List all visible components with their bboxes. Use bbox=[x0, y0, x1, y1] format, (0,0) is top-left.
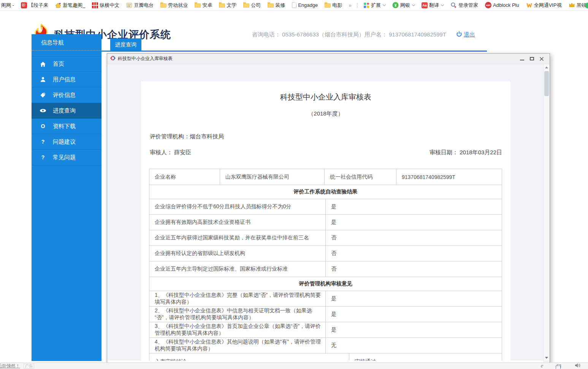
sidebar-item-home[interactable]: 首页 bbox=[32, 56, 101, 72]
question-icon: ? bbox=[40, 154, 46, 160]
credit-code-value: 91370681740982599T bbox=[396, 169, 502, 185]
restore-window-icon[interactable] bbox=[557, 364, 561, 368]
sidebar-header: 信息导航 bbox=[32, 34, 101, 51]
triangle-down-icon bbox=[545, 357, 548, 359]
extensions-button[interactable]: 扩展 bbox=[360, 0, 389, 11]
window-titlebar[interactable]: 科技型中小企业入库审核表 bbox=[107, 54, 550, 64]
extensions-label: 扩展 bbox=[371, 2, 381, 9]
login-manager-label: 登录管家 bbox=[458, 2, 478, 9]
sidebar-item-downloads[interactable]: O 资料下载 bbox=[32, 119, 101, 134]
sidebar-item-label: 问题建议 bbox=[53, 138, 76, 146]
auditor-name: 审核人： 薛安臣 bbox=[150, 149, 191, 156]
audit-date: 审核日期： 2018年03月22日 bbox=[430, 149, 502, 156]
form-year: （2018年度） bbox=[141, 110, 510, 117]
check-question: 企业近五年内主导制定过国际标准、国家标准或行业标准 bbox=[149, 261, 326, 277]
bookmark-item[interactable]: 纵横中文 bbox=[89, 0, 123, 11]
bookmark-item[interactable]: 新笔趣阁_ bbox=[52, 0, 89, 11]
sidebar-item-label: 首页 bbox=[53, 60, 64, 68]
ebank-button[interactable]: ¥网银 bbox=[389, 0, 418, 11]
close-button[interactable] bbox=[537, 55, 547, 63]
check-question: 企业近五年内获得过国家级科技奖励，并在获奖单位中排在前三名 bbox=[149, 230, 326, 246]
page-icon bbox=[292, 2, 296, 8]
folder-icon bbox=[243, 3, 249, 8]
ie-mode-icon[interactable]: e bbox=[541, 363, 543, 369]
bookmark-item[interactable]: 阁网 - bbox=[0, 0, 17, 11]
folder-icon bbox=[160, 3, 166, 8]
vip-video-label: 全网通VIP视 bbox=[534, 2, 562, 9]
section-header-row: 评价工作系统自动查验结果 bbox=[149, 185, 502, 199]
bookmark-item[interactable]: 劳动就业 bbox=[157, 0, 191, 11]
translate-button[interactable]: Aa翻译 bbox=[418, 0, 447, 11]
sidebar-item-label: 资料下载 bbox=[53, 123, 76, 130]
scrollbar-thumb[interactable] bbox=[544, 71, 549, 96]
crown-icon bbox=[569, 2, 575, 8]
bookmark-item[interactable]: 豆瓣电台 bbox=[123, 0, 157, 11]
bookmark-item[interactable]: 听【段子来 bbox=[17, 0, 52, 11]
sidebar-item-evaluation-info[interactable]: 评价信息 bbox=[32, 87, 101, 103]
window-logo-icon bbox=[110, 55, 116, 62]
sidebar-item-user-info[interactable]: 用户信息 bbox=[32, 72, 101, 87]
table-row: 企业名称 山东双鹰医疗器械有限公司 统一社会信用代码 9137068174098… bbox=[149, 169, 502, 185]
radio-icon bbox=[126, 2, 132, 8]
sidebar-item-label: 用户信息 bbox=[53, 76, 76, 83]
scroll-down-button[interactable] bbox=[544, 355, 550, 361]
login-manager-button[interactable]: 登录管家 bbox=[447, 0, 482, 11]
folder-icon bbox=[268, 3, 274, 8]
sidebar-item-progress-query[interactable]: 进度查询 bbox=[32, 103, 101, 119]
bookmark-item[interactable]: Engadge bbox=[288, 0, 321, 11]
bookmark-item[interactable]: 安卓 bbox=[191, 0, 216, 11]
home-icon bbox=[40, 61, 46, 67]
opinion-question: 1、《科技型中小企业信息表》完整（如果选“否”，请评价管理机构简要填写具体内容） bbox=[149, 291, 326, 307]
form-title: 科技型中小企业入库审核表 bbox=[141, 92, 510, 102]
bookmark-item[interactable]: 装修 bbox=[264, 0, 288, 11]
chevron-down-icon bbox=[441, 3, 444, 6]
company-info-table: 企业名称 山东双鹰医疗器械有限公司 统一社会信用代码 9137068174098… bbox=[149, 169, 502, 185]
bookmark-item[interactable]: 公司 bbox=[240, 0, 264, 11]
tag-icon bbox=[40, 92, 46, 98]
table-row: 企业拥有有效期内高新技术企业资格证书是 bbox=[149, 215, 502, 230]
extensions-blocks-icon bbox=[363, 2, 369, 8]
tab-progress-query[interactable]: 进度查询 bbox=[110, 38, 141, 51]
bookmarks-overflow-chevron[interactable]: » bbox=[346, 2, 355, 8]
agency-line: 评价管理机构：烟台市科技局 bbox=[150, 133, 502, 140]
bookmark-item[interactable]: 电影 bbox=[321, 0, 346, 11]
audit-form-window: 科技型中小企业入库审核表 科技型中小企业入库审核表 （2018年度） 评价管理机… bbox=[107, 53, 550, 364]
grid-logo-icon bbox=[92, 2, 98, 8]
sidebar-item-faq[interactable]: ? 常见问题 bbox=[32, 150, 101, 165]
heirui-vip-button[interactable]: 黑锐VIP视频 bbox=[565, 0, 588, 11]
vip-video-button[interactable]: 全网通VIP视 bbox=[523, 0, 565, 11]
chevron-down-icon bbox=[383, 3, 386, 6]
folder-icon bbox=[325, 3, 331, 8]
maximize-button[interactable] bbox=[527, 55, 537, 63]
opinion-answer: 无 bbox=[326, 338, 502, 353]
status-ad-link[interactable]: 毛骨悚然！ bbox=[0, 363, 20, 369]
table-row: 4、《科技型中小企业信息表》其他问题说明（如果选“有”，请评价管理机构简要填写具… bbox=[149, 338, 502, 353]
bookmark-item[interactable]: 文学 bbox=[216, 0, 240, 11]
table-row: 企业近五年内主导制定过国际标准、国家标准或行业标准否 bbox=[149, 261, 502, 277]
bookmark-label: 装修 bbox=[275, 2, 285, 9]
eye-icon bbox=[40, 108, 46, 114]
minimize-button[interactable] bbox=[517, 55, 527, 63]
partial-extension-icon[interactable] bbox=[585, 3, 588, 8]
vertical-scrollbar[interactable] bbox=[543, 64, 550, 361]
window-title: 科技型中小企业入库审核表 bbox=[118, 55, 173, 62]
bookmark-label: 【段子来 bbox=[29, 2, 48, 9]
page: 阁网 - 听【段子来 新笔趣阁_ 纵横中文 豆瓣电台 劳动就业 安卓 文学 公司… bbox=[0, 0, 588, 369]
scroll-up-button[interactable] bbox=[544, 64, 550, 70]
sidebar-item-label: 进度查询 bbox=[53, 107, 76, 114]
translate-aa-icon: Aa bbox=[422, 2, 428, 8]
speaker-icon[interactable] bbox=[575, 363, 580, 369]
bookmark-label: 新笔趣阁_ bbox=[63, 2, 85, 9]
sidebar: 信息导航 首页 用户信息 评价信息 进度查询 O 资料下载 bbox=[32, 34, 101, 361]
folder-icon bbox=[195, 3, 201, 8]
check-question: 企业拥有有效期内高新技术企业资格证书 bbox=[149, 215, 326, 230]
sidebar-item-suggestions[interactable]: ? 问题建议 bbox=[32, 134, 101, 150]
adblock-button[interactable]: ABPAdblock Plu bbox=[482, 0, 523, 11]
check-answer: 否 bbox=[326, 246, 502, 261]
company-name-value: 山东双鹰医疗器械有限公司 bbox=[220, 169, 325, 185]
opinion-question: 4、《科技型中小企业信息表》其他问题说明（如果选“有”，请评价管理机构简要填写具… bbox=[149, 338, 326, 353]
house-icon bbox=[55, 2, 61, 8]
listen-app-icon: 听 bbox=[21, 2, 27, 8]
window-body: 科技型中小企业入库审核表 （2018年度） 评价管理机构：烟台市科技局 审核人：… bbox=[107, 64, 550, 364]
maximize-icon bbox=[530, 57, 534, 60]
